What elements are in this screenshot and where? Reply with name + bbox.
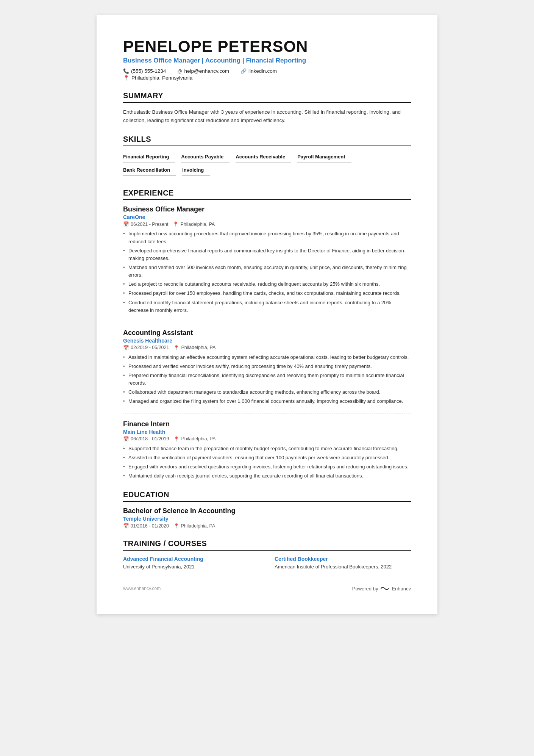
skill-tag: Accounts Receivable: [236, 152, 291, 163]
bullet-item: Managed and organized the filing system …: [123, 398, 411, 405]
bullet-item: Engaged with vendors and resolved questi…: [123, 463, 411, 471]
company-name: CareOne: [123, 214, 411, 220]
location-icon-job: 📍: [173, 345, 180, 351]
course-item: Advanced Financial Accounting University…: [123, 556, 259, 571]
experience-section: EXPERIENCE Business Office Manager CareO…: [123, 189, 411, 480]
job-meta: 📅 02/2019 - 05/2021 📍 Philadelphia, PA: [123, 345, 411, 351]
phone-contact: 📞 (555) 555-1234: [123, 68, 166, 74]
email-address: help@enhancv.com: [184, 68, 230, 74]
bullet-item: Led a project to reconcile outstanding a…: [123, 280, 411, 288]
job-meta: 📅 06/2018 - 01/2019 📍 Philadelphia, PA: [123, 436, 411, 442]
linkedin-contact: 🔗 linkedin.com: [240, 68, 277, 74]
bullet-item: Processed and verified vendor invoices s…: [123, 363, 411, 370]
course-detail: University of Pennsylvania, 2021: [123, 563, 259, 571]
education-section: EDUCATION Bachelor of Science in Account…: [123, 490, 411, 529]
courses-container: Advanced Financial Accounting University…: [123, 556, 411, 571]
edu-meta: 📅 01/2016 - 01/2020 📍 Philadelphia, PA: [123, 523, 411, 529]
job-dates: 06/2021 - Present: [131, 222, 168, 227]
job-location-item: 📍 Philadelphia, PA: [173, 345, 215, 351]
course-item: Certified Bookkeeper American Institute …: [275, 556, 411, 571]
bullet-item: Supported the finance team in the prepar…: [123, 445, 411, 452]
job-location: Philadelphia, PA: [181, 345, 215, 350]
job-location-item: 📍 Philadelphia, PA: [173, 436, 215, 442]
edu-location: Philadelphia, PA: [181, 523, 215, 529]
bullet-item: Assisted in the verification of payment …: [123, 454, 411, 462]
location-icon-edu: 📍: [173, 523, 180, 529]
footer-website: www.enhancv.com: [123, 586, 161, 591]
company-name: Main Line Health: [123, 429, 411, 435]
job-meta: 📅 06/2021 - Present 📍 Philadelphia, PA: [123, 221, 411, 227]
job-dates-item: 📅 06/2021 - Present: [123, 221, 168, 227]
job-location: Philadelphia, PA: [181, 436, 215, 441]
skills-section: SKILLS Financial ReportingAccounts Payab…: [123, 135, 411, 178]
job-entry: Business Office Manager CareOne 📅 06/202…: [123, 205, 411, 314]
bullet-item: Collaborated with department managers to…: [123, 388, 411, 396]
resume-document: PENELOPE PETERSON Business Office Manage…: [97, 15, 437, 614]
calendar-icon: 📅: [123, 221, 129, 227]
location-text: Philadelphia, Pennsylvania: [131, 75, 192, 81]
course-name: Certified Bookkeeper: [275, 556, 411, 562]
education-title: EDUCATION: [123, 490, 411, 502]
skill-tag: Accounts Payable: [181, 152, 230, 163]
bullet-item: Maintained daily cash receipts journal e…: [123, 472, 411, 480]
company-name: Genesis Healthcare: [123, 338, 411, 344]
job-location-item: 📍 Philadelphia, PA: [173, 221, 215, 227]
edu-dates-item: 📅 01/2016 - 01/2020: [123, 523, 169, 529]
edu-location-item: 📍 Philadelphia, PA: [173, 523, 215, 529]
linkedin-url: linkedin.com: [248, 68, 277, 74]
header-section: PENELOPE PETERSON Business Office Manage…: [123, 38, 411, 81]
skill-tag: Payroll Management: [297, 152, 351, 163]
job-title: Business Office Manager: [123, 205, 411, 213]
skill-tag: Invoicing: [182, 165, 210, 176]
enhancv-branding: Powered by Enhancv: [352, 586, 411, 592]
bullet-item: Prepared monthly financial reconciliatio…: [123, 372, 411, 387]
enhancv-icon: [380, 586, 389, 591]
contact-row: 📞 (555) 555-1234 @ help@enhancv.com 🔗 li…: [123, 68, 411, 74]
summary-section: SUMMARY Enthusiastic Business Office Man…: [123, 91, 411, 124]
job-dates-item: 📅 02/2019 - 05/2021: [123, 345, 169, 351]
job-divider: [123, 413, 411, 413]
bullet-item: Developed comprehensive financial report…: [123, 247, 411, 262]
job-dates: 06/2018 - 01/2019: [131, 436, 169, 441]
skill-tag: Bank Reconciliation: [123, 165, 176, 176]
training-section: TRAINING / COURSES Advanced Financial Ac…: [123, 539, 411, 571]
calendar-icon: 📅: [123, 523, 129, 529]
bullet-item: Implemented new accounting procedures th…: [123, 230, 411, 245]
email-icon: @: [177, 68, 182, 74]
location-icon-job: 📍: [173, 436, 180, 442]
course-name: Advanced Financial Accounting: [123, 556, 259, 562]
summary-title: SUMMARY: [123, 91, 411, 103]
edu-institution: Temple University: [123, 516, 411, 522]
calendar-icon: 📅: [123, 436, 129, 442]
job-dates: 02/2019 - 05/2021: [131, 345, 169, 350]
link-icon: 🔗: [240, 68, 247, 74]
bullet-list: Implemented new accounting procedures th…: [123, 230, 411, 314]
jobs-container: Business Office Manager CareOne 📅 06/202…: [123, 205, 411, 480]
skills-title: SKILLS: [123, 135, 411, 146]
bullet-item: Processed payroll for over 150 employees…: [123, 290, 411, 297]
calendar-icon: 📅: [123, 345, 129, 351]
experience-title: EXPERIENCE: [123, 189, 411, 200]
skills-grid: Financial ReportingAccounts PayableAccou…: [123, 152, 411, 178]
location-row: 📍 Philadelphia, Pennsylvania: [123, 75, 411, 81]
job-location: Philadelphia, PA: [180, 222, 215, 227]
degree-title: Bachelor of Science in Accounting: [123, 507, 411, 515]
edu-dates: 01/2016 - 01/2020: [130, 523, 169, 529]
email-contact: @ help@enhancv.com: [177, 68, 229, 74]
summary-text: Enthusiastic Business Office Manager wit…: [123, 108, 411, 124]
job-title: Accounting Assistant: [123, 329, 411, 337]
bullet-item: Conducted monthly financial statement pr…: [123, 299, 411, 314]
bullet-item: Matched and verified over 500 invoices e…: [123, 264, 411, 279]
location-icon: 📍: [123, 75, 130, 81]
page-footer: www.enhancv.com Powered by Enhancv: [123, 586, 411, 592]
bullet-item: Assisted in maintaining an effective acc…: [123, 354, 411, 361]
training-title: TRAINING / COURSES: [123, 539, 411, 551]
candidate-title: Business Office Manager | Accounting | F…: [123, 57, 411, 64]
bullet-list: Assisted in maintaining an effective acc…: [123, 354, 411, 405]
job-divider: [123, 322, 411, 322]
course-detail: American Institute of Professional Bookk…: [275, 563, 411, 571]
location-icon-job: 📍: [173, 221, 179, 227]
bullet-list: Supported the finance team in the prepar…: [123, 445, 411, 480]
powered-by-label: Powered by: [352, 586, 378, 592]
job-entry: Finance Intern Main Line Health 📅 06/201…: [123, 420, 411, 480]
